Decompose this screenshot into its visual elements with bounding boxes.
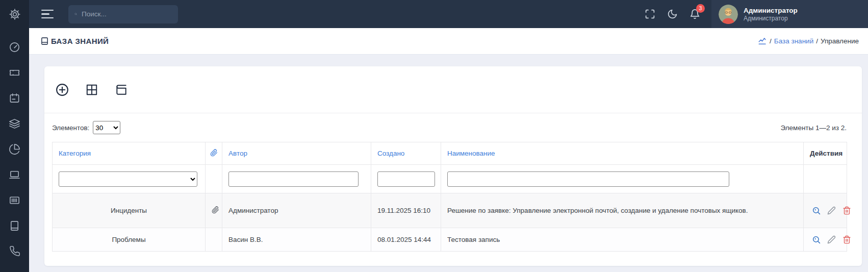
page-title: БАЗА ЗНАНИЙ [40,37,109,45]
search-icon [74,10,77,18]
items-summary: Элементы 1—2 из 2. [780,124,847,132]
list-controls: Элементов: 30 Элементы 1—2 из 2. [44,113,862,142]
records-table: Категория Автор Создано Наименование Дей… [52,142,847,252]
sidebar [0,0,29,272]
filter-author-input[interactable] [228,171,359,187]
fullscreen-icon [645,9,655,19]
sidebar-item-workstations[interactable] [0,162,29,187]
cell-created: 08.01.2025 14:44 [371,228,441,252]
breadcrumb-current: Управление [821,37,859,45]
filter-created-input[interactable] [377,171,435,187]
sort-author[interactable]: Автор [228,150,247,157]
breadcrumb-link-knowledge-base[interactable]: База знаний [774,37,813,45]
sidebar-item-telephony[interactable] [0,238,29,264]
magnifier-view-icon [812,235,821,244]
notification-count-badge: 3 [696,4,705,13]
categories-journal-button[interactable] [114,83,129,97]
sidebar-item-inventory[interactable] [0,187,29,213]
plus-circle-icon [55,83,69,97]
toolbar [44,66,862,113]
sort-name[interactable]: Наименование [447,150,495,157]
user-name: Администратор [744,6,798,15]
user-role: Администратор [744,15,798,22]
per-page-select[interactable]: 30 [93,121,120,134]
edit-button[interactable] [827,206,836,215]
layers-icon [9,118,20,130]
cell-name: Тестовая запись [441,228,804,252]
paperclip-icon [212,206,219,214]
filter-row [53,165,847,193]
pie-chart-icon [9,143,20,155]
barcode-icon [9,194,20,206]
cell-author: Администратор [222,193,371,228]
filter-category-select[interactable] [59,171,197,187]
sort-attachment[interactable] [206,142,222,165]
ticket-icon [9,67,20,79]
moon-icon [667,9,678,19]
pencil-icon [827,206,836,215]
avatar [719,5,738,24]
sidebar-nav [0,28,29,264]
sort-category[interactable]: Категория [59,150,91,157]
delete-button[interactable] [843,235,852,244]
sidebar-item-calendar[interactable] [0,85,29,111]
table-row[interactable]: Проблемы Васин В.В. 08.01.2025 14:44 Тес… [53,228,847,252]
trash-icon [843,206,851,215]
per-page-label: Элементов: [52,124,89,132]
sort-created[interactable]: Создано [377,150,404,157]
topbar: 3 Администратор Администратор [29,0,868,28]
dark-mode-button[interactable] [667,9,678,20]
cell-author: Васин В.В. [222,228,371,252]
delete-button[interactable] [843,206,852,215]
grid-icon [85,83,98,96]
magnifier-view-icon [812,206,821,215]
cell-attachment [206,228,222,252]
view-button[interactable] [812,235,821,244]
laptop-icon [9,169,20,181]
calendar-icon [9,92,20,104]
page-header: БАЗА ЗНАНИЙ / База знаний / Управление [29,28,868,55]
breadcrumb: / База знаний / Управление [758,37,859,46]
content-card: Элементов: 30 Элементы 1—2 из 2. Категор… [44,66,862,266]
menu-toggle-button[interactable] [41,10,55,19]
edit-button[interactable] [827,235,836,244]
cell-category: Инциденты [53,193,206,228]
sidebar-item-tickets[interactable] [0,60,29,85]
sidebar-item-knowledge-base[interactable] [0,213,29,238]
breadcrumb-separator: / [816,37,818,45]
fullscreen-button[interactable] [644,9,655,20]
add-record-button[interactable] [55,83,69,97]
gear-icon [9,8,21,20]
user-menu[interactable]: Администратор Администратор [711,0,868,28]
global-search [68,5,178,23]
sidebar-item-reports[interactable] [0,136,29,162]
trash-icon [843,235,851,244]
breadcrumb-separator: / [770,37,772,45]
table-header-row: Категория Автор Создано Наименование Дей… [53,142,847,165]
view-button[interactable] [812,206,821,215]
cell-created: 19.11.2025 16:10 [371,193,441,228]
table-row[interactable]: Инциденты Администратор 19.11.2025 16:10… [53,193,847,228]
sidebar-item-settings[interactable] [0,0,29,28]
home-chart-icon[interactable] [758,37,767,46]
paperclip-icon [210,149,218,157]
sidebar-item-layers[interactable] [0,111,29,136]
cell-attachment [206,193,222,228]
journal-book-icon [115,83,128,96]
book-icon [9,220,20,232]
sidebar-item-dashboard[interactable] [0,34,29,60]
notifications-button[interactable]: 3 [689,9,700,20]
cell-actions [804,228,847,252]
phone-icon [9,245,20,257]
actions-header: Действия [804,142,847,165]
cell-category: Проблемы [53,228,206,252]
grid-view-button[interactable] [85,83,99,97]
search-input[interactable] [82,10,172,18]
cell-actions [804,193,847,228]
pencil-icon [827,235,836,244]
filter-name-input[interactable] [447,171,729,187]
gauge-icon [9,41,20,53]
knowledge-base-icon [40,37,49,45]
cell-name: Решение по заявке: Управление электронно… [441,193,804,228]
